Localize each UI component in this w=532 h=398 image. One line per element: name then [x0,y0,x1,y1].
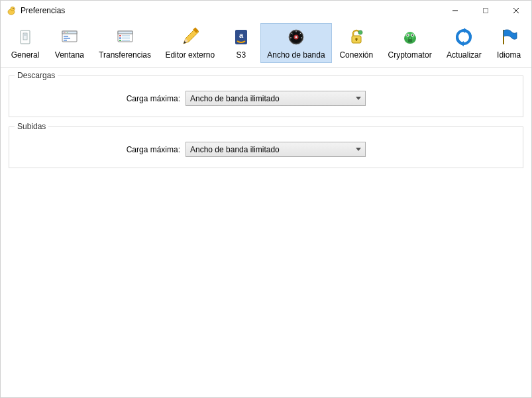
tab-ventana[interactable]: Ventana [47,23,91,63]
uploads-maxload-label: Carga máxima: [17,145,180,154]
tab-idioma[interactable]: Idioma [489,23,529,63]
titlebar: Preferencias [1,1,531,21]
svg-rect-25 [122,40,130,41]
svg-rect-23 [122,38,130,39]
tab-transferencias[interactable]: Transferencias [92,23,158,63]
tab-conexion[interactable]: Conexión [332,23,381,63]
tab-label: Editor externo [165,50,215,60]
window-icon [59,26,80,48]
tab-label: S3 [237,50,246,60]
select-value: Ancho de banda ilimitado [190,145,280,154]
group-subidas: Subidas Carga máxima: Ancho de banda ili… [9,126,523,168]
svg-rect-51 [408,39,412,42]
svg-point-44 [358,30,362,34]
content-area: Descargas Carga máxima: Ancho de banda i… [1,68,531,397]
general-icon [15,26,36,48]
svg-point-13 [65,32,66,33]
svg-rect-4 [484,9,488,13]
group-legend: Subidas [15,122,48,131]
tab-label: Cryptomator [388,50,432,60]
tab-label: Idioma [497,50,521,60]
s3-icon: a [231,26,252,48]
minimize-button[interactable] [440,1,470,21]
tab-s3[interactable]: a S3 [222,23,260,63]
tab-label: Transferencias [99,50,151,60]
close-button[interactable] [501,1,531,21]
svg-rect-19 [118,31,133,34]
chevron-down-icon [356,146,361,153]
tab-actualizar[interactable]: Actualizar [439,23,490,63]
tab-label: Ventana [55,50,84,60]
connection-lock-icon [346,26,367,48]
svg-point-12 [64,32,65,33]
svg-rect-43 [356,39,357,41]
group-descargas: Descargas Carga máxima: Ancho de banda i… [9,75,523,117]
downloads-maxload-select[interactable]: Ancho de banda ilimitado [186,91,366,106]
svg-point-14 [67,32,68,33]
svg-point-50 [411,34,413,36]
tab-general[interactable]: General [3,23,47,63]
svg-rect-20 [119,35,121,36]
group-legend: Descargas [15,71,58,80]
svg-rect-9 [24,34,27,36]
svg-rect-22 [119,38,121,39]
svg-point-49 [407,34,408,36]
window-title: Preferencias [21,6,65,15]
select-value: Ancho de banda ilimitado [190,94,280,103]
svg-rect-16 [64,38,70,38]
app-duck-icon [6,5,17,16]
tab-cryptomator[interactable]: Cryptomator [381,23,439,63]
svg-rect-17 [64,40,67,40]
svg-point-1 [11,7,15,11]
tab-label: Ancho de banda [267,50,325,60]
refresh-icon [453,26,474,48]
svg-point-35 [295,36,297,38]
pencil-icon [180,26,201,48]
uploads-maxload-select[interactable]: Ancho de banda ilimitado [186,142,366,157]
tab-label: Conexión [339,50,373,60]
svg-text:a: a [239,31,244,39]
preferences-toolbar: General Ventana [1,21,531,68]
cryptomator-icon [399,26,421,48]
downloads-maxload-label: Carga máxima: [17,94,180,103]
svg-rect-21 [122,35,130,36]
svg-marker-56 [356,148,361,151]
tab-label: Actualizar [447,50,482,60]
svg-rect-15 [64,36,68,36]
tab-ancho-de-banda[interactable]: Ancho de banda [260,23,332,63]
tab-editor-externo[interactable]: Editor externo [158,23,222,63]
chevron-down-icon [356,95,361,102]
tab-label: General [11,50,40,60]
flag-icon [498,26,519,48]
transfers-icon [115,26,136,48]
svg-rect-24 [119,40,121,41]
maximize-button[interactable] [470,1,501,21]
svg-point-2 [13,8,13,9]
svg-marker-55 [356,97,361,100]
bandwidth-gauge-icon [286,26,307,48]
